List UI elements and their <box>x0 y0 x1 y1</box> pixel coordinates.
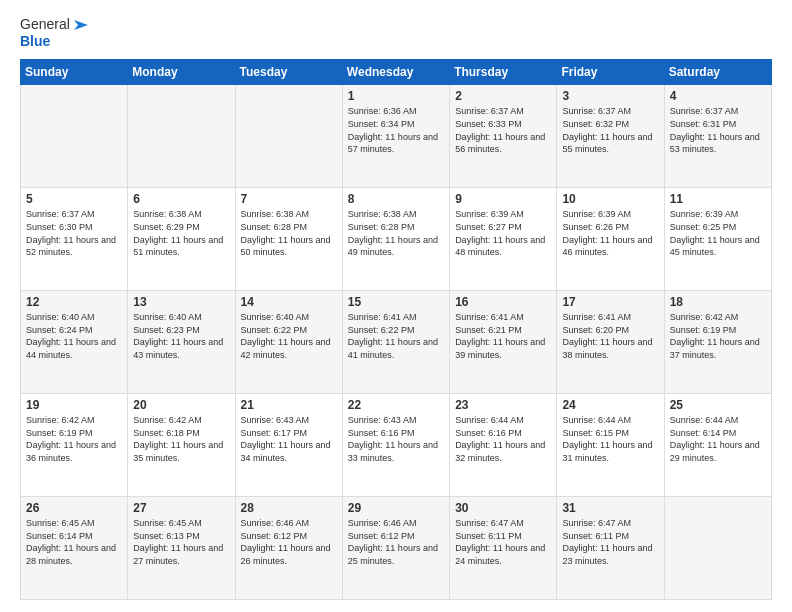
calendar-cell: 2Sunrise: 6:37 AMSunset: 6:33 PMDaylight… <box>450 85 557 188</box>
day-number: 25 <box>670 398 766 412</box>
calendar-week-5: 26Sunrise: 6:45 AMSunset: 6:14 PMDayligh… <box>21 497 772 600</box>
day-info: Sunrise: 6:44 AMSunset: 6:14 PMDaylight:… <box>670 414 766 464</box>
calendar-week-3: 12Sunrise: 6:40 AMSunset: 6:24 PMDayligh… <box>21 291 772 394</box>
day-info: Sunrise: 6:42 AMSunset: 6:18 PMDaylight:… <box>133 414 229 464</box>
calendar-cell: 13Sunrise: 6:40 AMSunset: 6:23 PMDayligh… <box>128 291 235 394</box>
calendar-cell: 10Sunrise: 6:39 AMSunset: 6:26 PMDayligh… <box>557 188 664 291</box>
calendar-cell <box>128 85 235 188</box>
day-info: Sunrise: 6:43 AMSunset: 6:17 PMDaylight:… <box>241 414 337 464</box>
logo: General Blue <box>20 16 90 49</box>
calendar-cell: 18Sunrise: 6:42 AMSunset: 6:19 PMDayligh… <box>664 291 771 394</box>
day-number: 5 <box>26 192 122 206</box>
day-info: Sunrise: 6:47 AMSunset: 6:11 PMDaylight:… <box>562 517 658 567</box>
weekday-tuesday: Tuesday <box>235 60 342 85</box>
calendar-cell: 26Sunrise: 6:45 AMSunset: 6:14 PMDayligh… <box>21 497 128 600</box>
day-number: 11 <box>670 192 766 206</box>
calendar-cell: 27Sunrise: 6:45 AMSunset: 6:13 PMDayligh… <box>128 497 235 600</box>
day-number: 24 <box>562 398 658 412</box>
calendar-cell: 17Sunrise: 6:41 AMSunset: 6:20 PMDayligh… <box>557 291 664 394</box>
calendar-cell: 14Sunrise: 6:40 AMSunset: 6:22 PMDayligh… <box>235 291 342 394</box>
svg-marker-0 <box>74 20 88 30</box>
day-info: Sunrise: 6:37 AMSunset: 6:32 PMDaylight:… <box>562 105 658 155</box>
day-info: Sunrise: 6:41 AMSunset: 6:21 PMDaylight:… <box>455 311 551 361</box>
day-number: 8 <box>348 192 444 206</box>
calendar-cell: 31Sunrise: 6:47 AMSunset: 6:11 PMDayligh… <box>557 497 664 600</box>
day-number: 27 <box>133 501 229 515</box>
calendar-cell: 28Sunrise: 6:46 AMSunset: 6:12 PMDayligh… <box>235 497 342 600</box>
day-info: Sunrise: 6:39 AMSunset: 6:25 PMDaylight:… <box>670 208 766 258</box>
day-info: Sunrise: 6:40 AMSunset: 6:22 PMDaylight:… <box>241 311 337 361</box>
logo-arrow-icon <box>72 16 90 34</box>
day-number: 19 <box>26 398 122 412</box>
calendar-cell: 7Sunrise: 6:38 AMSunset: 6:28 PMDaylight… <box>235 188 342 291</box>
calendar-cell: 3Sunrise: 6:37 AMSunset: 6:32 PMDaylight… <box>557 85 664 188</box>
day-info: Sunrise: 6:39 AMSunset: 6:27 PMDaylight:… <box>455 208 551 258</box>
day-number: 16 <box>455 295 551 309</box>
weekday-thursday: Thursday <box>450 60 557 85</box>
calendar-week-4: 19Sunrise: 6:42 AMSunset: 6:19 PMDayligh… <box>21 394 772 497</box>
day-info: Sunrise: 6:41 AMSunset: 6:22 PMDaylight:… <box>348 311 444 361</box>
day-info: Sunrise: 6:42 AMSunset: 6:19 PMDaylight:… <box>26 414 122 464</box>
weekday-saturday: Saturday <box>664 60 771 85</box>
day-info: Sunrise: 6:37 AMSunset: 6:31 PMDaylight:… <box>670 105 766 155</box>
header: General Blue <box>20 16 772 49</box>
calendar-week-2: 5Sunrise: 6:37 AMSunset: 6:30 PMDaylight… <box>21 188 772 291</box>
calendar-cell: 12Sunrise: 6:40 AMSunset: 6:24 PMDayligh… <box>21 291 128 394</box>
day-number: 2 <box>455 89 551 103</box>
calendar-cell: 20Sunrise: 6:42 AMSunset: 6:18 PMDayligh… <box>128 394 235 497</box>
day-number: 22 <box>348 398 444 412</box>
logo-text: General Blue <box>20 16 90 49</box>
day-info: Sunrise: 6:42 AMSunset: 6:19 PMDaylight:… <box>670 311 766 361</box>
calendar-cell: 23Sunrise: 6:44 AMSunset: 6:16 PMDayligh… <box>450 394 557 497</box>
day-number: 7 <box>241 192 337 206</box>
calendar-cell <box>664 497 771 600</box>
day-info: Sunrise: 6:41 AMSunset: 6:20 PMDaylight:… <box>562 311 658 361</box>
day-number: 6 <box>133 192 229 206</box>
day-number: 29 <box>348 501 444 515</box>
day-info: Sunrise: 6:38 AMSunset: 6:29 PMDaylight:… <box>133 208 229 258</box>
day-info: Sunrise: 6:44 AMSunset: 6:16 PMDaylight:… <box>455 414 551 464</box>
day-number: 18 <box>670 295 766 309</box>
day-info: Sunrise: 6:40 AMSunset: 6:23 PMDaylight:… <box>133 311 229 361</box>
calendar-cell <box>21 85 128 188</box>
calendar-cell: 24Sunrise: 6:44 AMSunset: 6:15 PMDayligh… <box>557 394 664 497</box>
calendar-cell: 5Sunrise: 6:37 AMSunset: 6:30 PMDaylight… <box>21 188 128 291</box>
weekday-monday: Monday <box>128 60 235 85</box>
day-number: 12 <box>26 295 122 309</box>
day-number: 4 <box>670 89 766 103</box>
day-number: 9 <box>455 192 551 206</box>
day-info: Sunrise: 6:38 AMSunset: 6:28 PMDaylight:… <box>348 208 444 258</box>
day-number: 26 <box>26 501 122 515</box>
day-info: Sunrise: 6:43 AMSunset: 6:16 PMDaylight:… <box>348 414 444 464</box>
day-info: Sunrise: 6:40 AMSunset: 6:24 PMDaylight:… <box>26 311 122 361</box>
calendar-cell: 25Sunrise: 6:44 AMSunset: 6:14 PMDayligh… <box>664 394 771 497</box>
logo-general: General <box>20 16 70 32</box>
day-number: 3 <box>562 89 658 103</box>
calendar-cell: 22Sunrise: 6:43 AMSunset: 6:16 PMDayligh… <box>342 394 449 497</box>
weekday-sunday: Sunday <box>21 60 128 85</box>
weekday-wednesday: Wednesday <box>342 60 449 85</box>
day-info: Sunrise: 6:37 AMSunset: 6:30 PMDaylight:… <box>26 208 122 258</box>
day-info: Sunrise: 6:44 AMSunset: 6:15 PMDaylight:… <box>562 414 658 464</box>
day-number: 28 <box>241 501 337 515</box>
calendar-cell: 1Sunrise: 6:36 AMSunset: 6:34 PMDaylight… <box>342 85 449 188</box>
weekday-friday: Friday <box>557 60 664 85</box>
day-number: 1 <box>348 89 444 103</box>
day-info: Sunrise: 6:36 AMSunset: 6:34 PMDaylight:… <box>348 105 444 155</box>
calendar-cell: 16Sunrise: 6:41 AMSunset: 6:21 PMDayligh… <box>450 291 557 394</box>
logo-blue: Blue <box>20 33 50 49</box>
day-info: Sunrise: 6:38 AMSunset: 6:28 PMDaylight:… <box>241 208 337 258</box>
calendar-cell: 30Sunrise: 6:47 AMSunset: 6:11 PMDayligh… <box>450 497 557 600</box>
calendar-cell: 11Sunrise: 6:39 AMSunset: 6:25 PMDayligh… <box>664 188 771 291</box>
day-number: 21 <box>241 398 337 412</box>
calendar-cell: 21Sunrise: 6:43 AMSunset: 6:17 PMDayligh… <box>235 394 342 497</box>
day-number: 23 <box>455 398 551 412</box>
calendar-table: SundayMondayTuesdayWednesdayThursdayFrid… <box>20 59 772 600</box>
day-number: 31 <box>562 501 658 515</box>
calendar-cell: 4Sunrise: 6:37 AMSunset: 6:31 PMDaylight… <box>664 85 771 188</box>
calendar-cell: 19Sunrise: 6:42 AMSunset: 6:19 PMDayligh… <box>21 394 128 497</box>
calendar-cell: 6Sunrise: 6:38 AMSunset: 6:29 PMDaylight… <box>128 188 235 291</box>
day-info: Sunrise: 6:46 AMSunset: 6:12 PMDaylight:… <box>348 517 444 567</box>
calendar-cell <box>235 85 342 188</box>
day-number: 13 <box>133 295 229 309</box>
